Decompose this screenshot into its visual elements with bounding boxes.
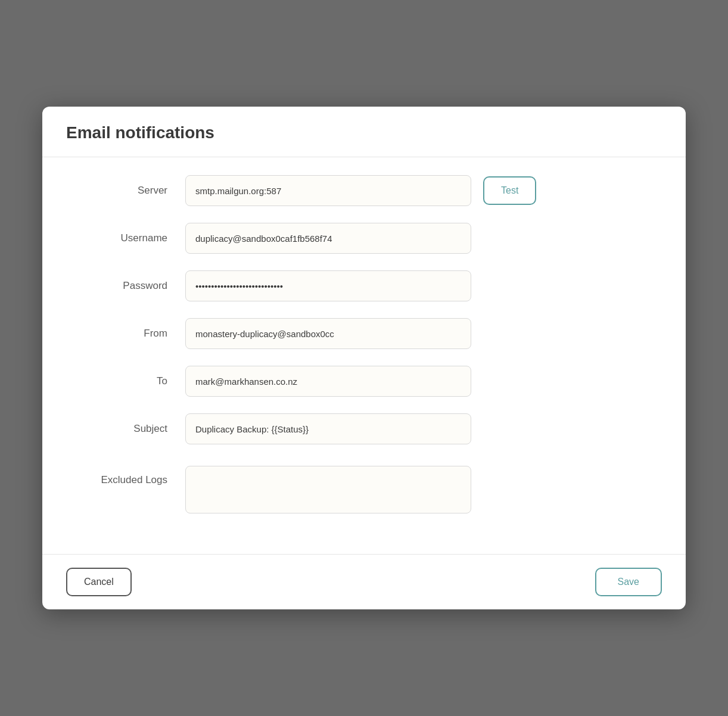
to-row: To	[66, 366, 662, 397]
excluded-logs-label: Excluded Logs	[66, 466, 185, 486]
password-input[interactable]	[185, 270, 471, 301]
server-input[interactable]	[185, 175, 471, 206]
subject-input[interactable]	[185, 413, 471, 444]
from-label: From	[66, 328, 185, 340]
modal-overlay: Email notifications Server Test Username…	[0, 0, 728, 716]
password-row: Password	[66, 270, 662, 301]
to-input[interactable]	[185, 366, 471, 397]
server-row: Server Test	[66, 175, 662, 206]
username-row: Username	[66, 223, 662, 254]
cancel-button[interactable]: Cancel	[66, 568, 132, 596]
modal-footer: Cancel Save	[42, 554, 686, 609]
password-label: Password	[66, 280, 185, 292]
modal-title: Email notifications	[66, 123, 662, 142]
excluded-logs-input[interactable]	[185, 466, 471, 513]
modal-body: Server Test Username Password From T	[42, 157, 686, 554]
email-notifications-modal: Email notifications Server Test Username…	[42, 107, 686, 609]
server-label: Server	[66, 185, 185, 197]
username-input[interactable]	[185, 223, 471, 254]
to-label: To	[66, 375, 185, 387]
subject-label: Subject	[66, 423, 185, 435]
excluded-logs-row: Excluded Logs	[66, 461, 662, 513]
from-input[interactable]	[185, 318, 471, 349]
username-label: Username	[66, 232, 185, 244]
from-row: From	[66, 318, 662, 349]
test-button[interactable]: Test	[483, 176, 536, 205]
modal-header: Email notifications	[42, 107, 686, 157]
save-button[interactable]: Save	[595, 568, 662, 596]
subject-row: Subject	[66, 413, 662, 444]
